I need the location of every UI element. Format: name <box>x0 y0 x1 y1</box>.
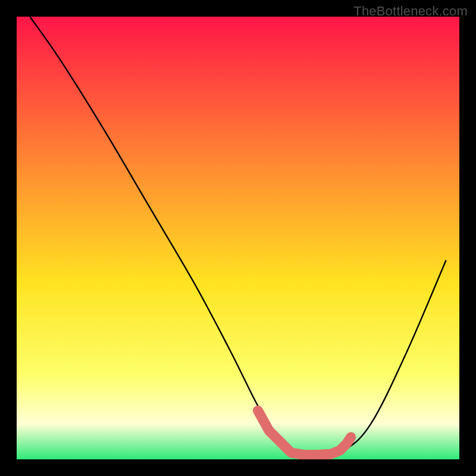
watermark-text: TheBottleneck.com <box>353 4 468 19</box>
chart-stage: TheBottleneck.com <box>0 0 476 476</box>
bottleneck-chart <box>0 0 476 476</box>
gradient-panel <box>17 17 459 459</box>
